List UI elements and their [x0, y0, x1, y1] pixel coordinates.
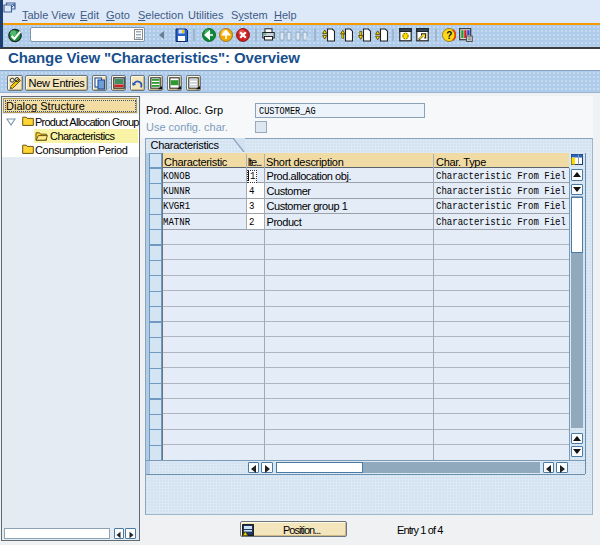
svg-text:?: ?	[446, 30, 452, 41]
